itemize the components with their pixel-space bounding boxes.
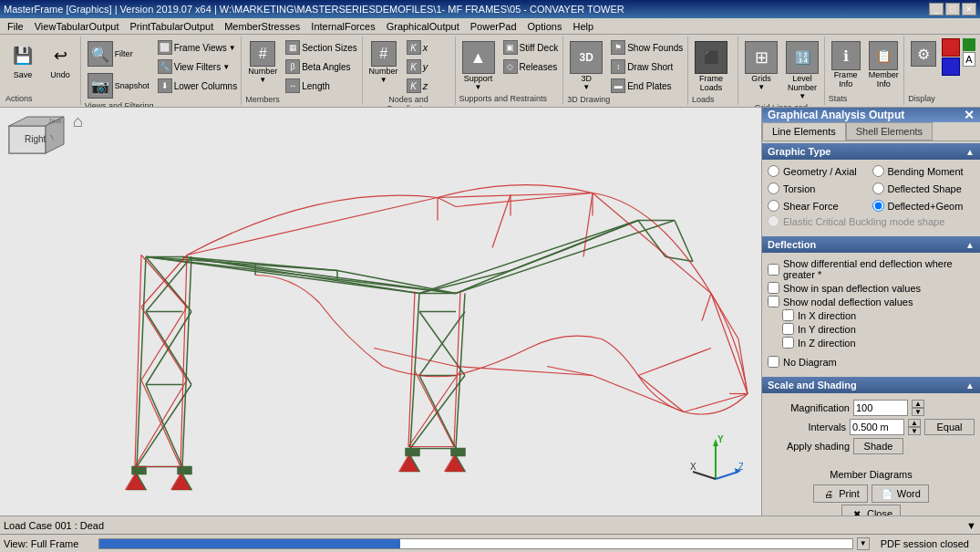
frame-views-button[interactable]: ⬜ Frame Views ▼: [155, 38, 240, 57]
deflection-section: Deflection ▲ Show differential end defle…: [762, 236, 980, 373]
frame-info-button[interactable]: ℹ FrameInfo: [829, 38, 863, 91]
releases-button[interactable]: ◇ Releases: [500, 57, 562, 76]
tab-line-elements[interactable]: Line Elements: [762, 122, 846, 141]
axis-z-button[interactable]: K z: [404, 77, 431, 95]
menu-help[interactable]: Help: [567, 20, 599, 33]
color-green[interactable]: [963, 38, 975, 51]
scale-shading-expand[interactable]: ▲: [965, 380, 975, 391]
equal-button[interactable]: Equal: [924, 419, 975, 435]
color-red[interactable]: [942, 38, 960, 57]
grids-button[interactable]: ⊞ Grids ▼: [742, 38, 780, 94]
tab-shell-elements[interactable]: Shell Elements: [846, 122, 933, 141]
chk-span-deflect[interactable]: Show in span deflection values: [768, 282, 975, 294]
axis-x-button[interactable]: K x: [404, 38, 431, 57]
minimize-button[interactable]: _: [929, 3, 944, 16]
svg-line-70: [684, 394, 748, 412]
chk-no-diagram[interactable]: No Diagram: [768, 356, 975, 368]
progress-dropdown[interactable]: ▼: [857, 537, 870, 550]
panel-close-button[interactable]: ✕: [964, 108, 975, 122]
view-label: View: Full Frame: [4, 538, 95, 549]
radio-deflected-geom[interactable]: Deflected+Geom: [872, 200, 975, 212]
menu-power-pad[interactable]: PowerPad: [465, 20, 522, 33]
show-founds-button[interactable]: ⚑ Show Founds: [608, 38, 686, 57]
section-sizes-button[interactable]: ▦ Section Sizes: [283, 38, 360, 57]
chk-x-direction[interactable]: In X direction: [768, 309, 975, 321]
magnification-spinner: ▲ ▼: [912, 400, 924, 416]
shade-button[interactable]: Shade: [853, 438, 903, 454]
end-plates-button[interactable]: ▬ End Plates: [608, 77, 686, 95]
supports-label: Supports and Restraints: [459, 94, 548, 103]
menu-internal-forces[interactable]: InternalForces: [305, 20, 380, 33]
length-button[interactable]: ↔ Length: [283, 77, 360, 95]
svg-text:Y: Y: [717, 434, 724, 444]
save-button[interactable]: 💾 Save: [5, 38, 40, 82]
toolbar-group-views: 🔍 Filter 📷 Snapshot ⬜ Frame Views ▼ 🔧 Vi…: [81, 36, 242, 105]
menu-file[interactable]: File: [2, 20, 29, 33]
close-window-button[interactable]: ✕: [962, 3, 976, 16]
undo-button[interactable]: ↩ Undo: [43, 38, 77, 82]
view-filters-icon: 🔧: [158, 59, 172, 74]
magnification-up[interactable]: ▲: [912, 400, 924, 408]
radio-shear-force[interactable]: Shear Force: [768, 200, 871, 212]
actions-label: Actions: [5, 94, 33, 103]
apply-shading-row: Apply shading Shade: [768, 438, 975, 454]
stiff-deck-button[interactable]: ▣ Stiff Deck: [500, 38, 562, 57]
svg-line-46: [675, 221, 693, 262]
menu-member-stresses[interactable]: MemberStresses: [219, 20, 305, 33]
lower-columns-button[interactable]: ⬇ Lower Columns: [155, 77, 240, 95]
radio-geometry-axial[interactable]: Geometry / Axial: [768, 165, 871, 177]
snapshot-button[interactable]: 📷 Snapshot: [85, 70, 152, 101]
chk-y-direction[interactable]: In Y direction: [768, 323, 975, 335]
word-button[interactable]: 📄 Word: [872, 484, 929, 503]
menu-print-tabular[interactable]: PrintTabularOutput: [124, 20, 219, 33]
show-founds-label: Show Founds: [627, 43, 683, 53]
intervals-input[interactable]: [850, 419, 904, 435]
close-button[interactable]: ✖ Close: [841, 505, 901, 516]
3d-button[interactable]: 3D 3D ▼: [567, 38, 605, 94]
viewport[interactable]: Right Jack ⟩ ⌂: [0, 108, 761, 516]
intervals-down[interactable]: ▼: [908, 427, 921, 435]
filter-label: Filter: [115, 49, 133, 58]
svg-line-90: [702, 294, 711, 321]
deflection-expand[interactable]: ▲: [965, 240, 975, 250]
member-info-button[interactable]: 📋 MemberInfo: [866, 38, 902, 91]
display-options-button[interactable]: ⚙: [908, 38, 939, 69]
view-filters-button[interactable]: 🔧 View Filters ▼: [155, 57, 240, 76]
chk-nodal-deflect[interactable]: Show nodal deflection values: [768, 296, 975, 307]
node-number-label: Number: [369, 67, 398, 76]
magnification-down[interactable]: ▼: [912, 408, 924, 416]
draw-short-button[interactable]: ↕ Draw Short: [608, 57, 686, 76]
print-button[interactable]: 🖨 Print: [813, 484, 868, 503]
beta-angles-button[interactable]: β Beta Angles: [283, 57, 360, 76]
toolbar-group-3d: 3D 3D ▼ ⚑ Show Founds ↕ Draw Short ▬ End…: [563, 36, 688, 105]
color-blue[interactable]: [942, 57, 960, 76]
svg-line-83: [438, 198, 456, 207]
axis-y-button[interactable]: K y: [404, 57, 431, 76]
support-button[interactable]: ▲ Support ▼: [459, 38, 498, 94]
level-number-button[interactable]: 🔢 LevelNumber ▼: [783, 38, 821, 103]
magnification-input[interactable]: [853, 400, 908, 416]
menu-view-tabular[interactable]: ViewTabularOutput: [29, 20, 125, 33]
radio-bending-moment[interactable]: Bending Moment: [872, 165, 975, 177]
radio-deflected-shape[interactable]: Deflected Shape: [872, 182, 975, 194]
scroll-down-button[interactable]: ▼: [966, 520, 976, 531]
toolbar-group-loads: ⬛ FrameLoads Loads: [688, 36, 738, 105]
panel-title-text: Graphical Analysis Output: [768, 109, 904, 121]
stats-label: Stats: [829, 94, 848, 103]
intervals-up[interactable]: ▲: [908, 419, 921, 427]
chk-z-direction[interactable]: In Z direction: [768, 337, 975, 349]
font-display[interactable]: A: [963, 52, 975, 67]
support-icon: ▲: [462, 41, 495, 74]
svg-line-68: [593, 193, 711, 294]
maximize-button[interactable]: □: [945, 3, 960, 16]
svg-rect-51: [406, 449, 419, 456]
radio-torsion[interactable]: Torsion: [768, 182, 871, 194]
node-number-button[interactable]: # Number ▼: [366, 38, 401, 87]
chk-diff-end[interactable]: Show differential end deflection where g…: [768, 258, 975, 280]
menu-options[interactable]: Options: [522, 20, 568, 33]
filter-button[interactable]: 🔍 Filter: [85, 38, 152, 69]
number-button[interactable]: # Number ▼: [245, 38, 280, 87]
frame-loads-button[interactable]: ⬛ FrameLoads: [692, 38, 730, 95]
menu-graphical-output[interactable]: GraphicalOutput: [381, 20, 465, 33]
graphic-type-expand[interactable]: ▲: [965, 147, 975, 157]
